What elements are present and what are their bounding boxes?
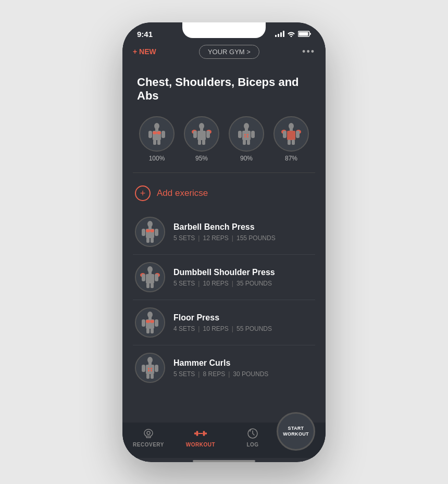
exercise-item-dumbbell-shoulder[interactable]: Dumbbell Shoulder Press 5 SETS | 10 REPS… xyxy=(133,255,315,300)
more-menu-button[interactable]: ••• xyxy=(302,46,315,57)
exercise-info-barbell: Barbell Bench Press 5 SETS | 12 REPS | 1… xyxy=(173,222,313,242)
svg-rect-88 xyxy=(205,432,207,435)
svg-rect-70 xyxy=(142,319,145,327)
body-illustration-chest xyxy=(143,120,170,147)
reps-label: 12 REPS xyxy=(203,234,228,242)
muscle-pct-abs: 90% xyxy=(240,155,253,162)
main-content: Chest, Shoulders, Biceps and Abs xyxy=(122,65,326,423)
nav-workout[interactable]: WORKOUT xyxy=(175,427,227,448)
exercise-list: Barbell Bench Press 5 SETS | 12 REPS | 1… xyxy=(122,209,326,390)
svg-point-69 xyxy=(150,320,154,323)
svg-point-75 xyxy=(147,357,153,363)
svg-rect-33 xyxy=(247,140,250,145)
svg-rect-84 xyxy=(146,374,150,379)
svg-rect-73 xyxy=(151,328,154,333)
exercise-item-hammer-curls[interactable]: Hammer Curls 5 SETS | 8 REPS | 30 POUNDS xyxy=(133,345,315,390)
svg-rect-51 xyxy=(155,229,158,236)
svg-rect-24 xyxy=(245,129,248,131)
svg-point-3 xyxy=(154,123,159,129)
svg-rect-20 xyxy=(198,140,201,145)
svg-rect-81 xyxy=(151,370,152,371)
svg-rect-21 xyxy=(202,140,205,145)
muscle-circle-full xyxy=(273,116,309,152)
svg-rect-63 xyxy=(151,283,154,288)
svg-rect-11 xyxy=(157,140,160,145)
muscle-groups-row: 100% xyxy=(122,108,326,166)
svg-rect-31 xyxy=(251,131,255,138)
exercise-stats-hammer: 5 SETS | 8 REPS | 30 POUNDS xyxy=(173,370,313,378)
reps-label: 10 REPS xyxy=(203,325,228,332)
recovery-icon xyxy=(142,427,155,440)
svg-rect-89 xyxy=(196,431,198,436)
reps-label: 8 REPS xyxy=(203,370,225,378)
start-line2: WORKOUT xyxy=(283,431,309,437)
exercise-name-barbell: Barbell Bench Press xyxy=(173,222,313,232)
svg-rect-77 xyxy=(146,365,154,374)
muscle-circle-shoulders xyxy=(184,116,219,152)
svg-rect-82 xyxy=(142,365,145,372)
new-button[interactable]: + NEW xyxy=(133,47,156,56)
exercise-name-floor-press: Floor Press xyxy=(173,313,313,322)
wifi-icon xyxy=(287,31,295,37)
svg-rect-32 xyxy=(243,140,246,145)
log-icon xyxy=(246,427,259,440)
sets-label: 5 SETS xyxy=(173,234,195,242)
svg-rect-10 xyxy=(153,140,156,145)
svg-rect-25 xyxy=(242,131,251,140)
svg-rect-18 xyxy=(193,131,197,138)
exercise-name-hammer: Hammer Curls xyxy=(173,358,313,368)
add-icon: + xyxy=(135,185,151,201)
body-illustration-abs xyxy=(233,120,260,147)
start-line1: START xyxy=(288,426,304,431)
body-illustration-full xyxy=(278,120,305,147)
home-indicator xyxy=(193,460,255,462)
body-small-chest2 xyxy=(136,309,164,336)
recovery-label: RECOVERY xyxy=(133,442,164,448)
divider xyxy=(133,172,315,173)
svg-rect-62 xyxy=(146,283,150,288)
svg-rect-19 xyxy=(206,131,210,138)
muscle-item-shoulders[interactable]: 95% xyxy=(184,116,219,162)
svg-rect-61 xyxy=(155,274,158,281)
svg-rect-29 xyxy=(247,136,248,138)
svg-point-13 xyxy=(199,123,204,129)
exercise-stats-barbell: 5 SETS | 12 REPS | 155 POUNDS xyxy=(173,234,313,242)
muscle-pct-chest: 100% xyxy=(149,155,165,162)
svg-point-55 xyxy=(147,266,153,272)
battery-icon xyxy=(298,31,311,37)
muscle-circle-chest xyxy=(139,116,175,152)
svg-rect-78 xyxy=(148,368,150,369)
svg-rect-79 xyxy=(151,368,152,369)
log-label: LOG xyxy=(246,442,258,448)
status-time: 9:41 xyxy=(137,30,153,39)
svg-rect-4 xyxy=(155,129,158,131)
svg-point-6 xyxy=(153,131,157,134)
exercise-info-hammer: Hammer Curls 5 SETS | 8 REPS | 30 POUNDS xyxy=(173,358,313,378)
start-workout-button[interactable]: START WORKOUT xyxy=(277,412,315,451)
muscle-item-abs[interactable]: 90% xyxy=(229,116,264,162)
phone-frame: 9:41 + NEW YOUR xyxy=(122,22,326,462)
notch xyxy=(182,22,266,38)
muscle-item-chest[interactable]: 100% xyxy=(139,116,175,162)
add-exercise-button[interactable]: + Add exericse xyxy=(122,179,326,209)
exercise-item-floor-press[interactable]: Floor Press 4 SETS | 10 REPS | 55 POUNDS xyxy=(133,300,315,345)
muscle-item-full[interactable]: 87% xyxy=(273,116,309,162)
svg-point-45 xyxy=(147,221,153,227)
gym-button[interactable]: YOUR GYM > xyxy=(199,45,259,59)
svg-point-48 xyxy=(146,229,150,232)
sets-label: 5 SETS xyxy=(173,370,195,378)
weight-label: 155 POUNDS xyxy=(237,234,276,242)
reps-label: 10 REPS xyxy=(203,280,228,287)
exercise-item-barbell-bench-press[interactable]: Barbell Bench Press 5 SETS | 12 REPS | 1… xyxy=(133,209,315,255)
nav-log[interactable]: LOG xyxy=(227,427,279,448)
svg-rect-90 xyxy=(203,431,205,436)
svg-rect-27 xyxy=(247,134,248,135)
svg-rect-53 xyxy=(151,238,154,243)
sets-label: 5 SETS xyxy=(173,280,195,287)
nav-recovery[interactable]: RECOVERY xyxy=(122,427,175,448)
svg-point-86 xyxy=(147,431,150,435)
svg-point-65 xyxy=(147,312,153,318)
svg-point-7 xyxy=(157,131,161,134)
signal-icon xyxy=(275,31,284,37)
svg-rect-41 xyxy=(296,131,300,138)
